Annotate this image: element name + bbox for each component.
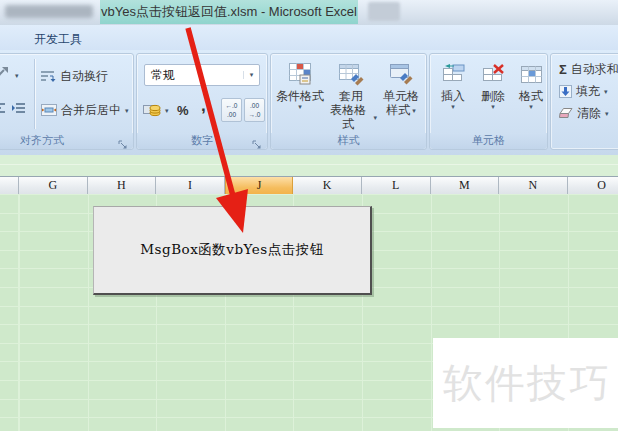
group-alignment: ▾ 自动换行 合并后居中 ▾ 对齐方式 [0,53,134,150]
column-header[interactable]: L [362,177,431,195]
ribbon-tab-row: 开发工具 [0,25,618,51]
column-header[interactable]: O [568,177,618,195]
increase-decimal-label2: .00 [227,110,236,119]
column-headers: G H I J K L M N O [0,176,618,196]
clear-label: 清除 [577,105,601,122]
indent-icon[interactable] [12,100,25,118]
decimal-buttons: ←.0 .00 .00 →.0 [221,98,267,122]
format-cells-icon [519,59,544,89]
cell-styles-label1: 单元格 [383,89,419,103]
comma-label: , [201,96,206,116]
currency-icon [143,102,161,118]
align-left-icon[interactable] [0,100,6,118]
group-number: 常规 ▾ ▾ % , ←.0 .00 .00 →.0 数字 [136,53,268,150]
insert-cells-button[interactable]: 插入 ▾ [436,59,470,110]
percent-button[interactable]: % [177,98,189,122]
eraser-icon [559,108,573,119]
chevron-down-icon: ▾ [491,103,495,110]
delete-label: 删除 [481,89,505,103]
chevron-down-icon: ▾ [604,88,608,95]
autosum-label: 自动求和 [571,61,618,78]
chevron-down-icon: ▾ [605,110,609,117]
column-header-selected[interactable]: J [225,177,294,195]
ribbon: ▾ 自动换行 合并后居中 ▾ 对齐方式 [0,50,618,156]
conditional-formatting-icon [288,59,313,89]
delete-cells-button[interactable]: 删除 ▾ [476,59,510,110]
cell-styles-icon [388,59,414,89]
dialog-launcher-icon[interactable] [252,136,262,146]
cell-styles-button[interactable]: 单元格 样式 ▾ [379,59,423,117]
group-label-styles: 样式 [271,133,426,149]
format-as-table-button[interactable]: 套用 表格格式 ▾ [325,59,377,131]
excel-window: vbYes点击按钮返回值.xlsm - Microsoft Excel 开发工具… [0,0,618,431]
delete-cells-icon [482,59,505,89]
clear-button[interactable]: 清除 ▾ [559,104,609,122]
format-as-table-icon [338,59,364,89]
orientation-icon [0,64,11,86]
column-header[interactable]: M [431,177,500,195]
format-label: 格式 [519,89,543,103]
msgbox-form-button-label: MsgBox函数vbYes点击按钮 [140,241,323,259]
chevron-down-icon: ▾ [451,103,455,110]
insert-cells-icon [442,59,465,89]
watermark: 软件技巧 [433,338,618,428]
chevron-down-icon: ▾ [529,103,533,110]
fill-button[interactable]: 填充 ▾ [559,82,608,100]
chevron-down-icon: ▾ [165,107,169,114]
chevron-down-icon: ▾ [125,107,129,114]
chevron-down-icon: ▾ [373,114,377,121]
wrap-text-button[interactable]: 自动换行 [41,66,108,86]
column-header[interactable]: G [19,177,88,195]
group-editing: Σ 自动求和 ▾ 填充 ▾ 清除 ▾ [550,53,618,150]
conditional-formatting-label: 条件格式 [276,89,324,103]
format-as-table-label2: 表格格式 [325,103,371,131]
group-label-alignment: 对齐方式 [0,133,133,149]
redacted-quick-access-toolbar [5,5,93,18]
merge-center-button[interactable]: 合并后居中 ▾ [41,100,129,120]
increase-decimal-button[interactable]: ←.0 .00 [221,98,242,122]
merge-center-label: 合并后居中 [61,102,121,119]
column-header[interactable]: H [88,177,157,195]
column-header[interactable]: K [293,177,362,195]
column-header-partial[interactable] [0,177,19,195]
group-label-number: 数字 [137,133,267,149]
title-highlight: vbYes点击按钮返回值.xlsm - Microsoft Excel [100,0,358,24]
orientation-button[interactable]: ▾ [0,62,23,88]
decrease-decimal-label: .00 [250,101,259,110]
tab-developer[interactable]: 开发工具 [28,29,88,50]
window-titlebar: vbYes点击按钮返回值.xlsm - Microsoft Excel [0,0,618,26]
currency-button[interactable]: ▾ [143,98,169,122]
number-format-select[interactable]: 常规 ▾ [144,64,260,86]
fill-label: 填充 [576,83,600,100]
decrease-decimal-button[interactable]: .00 →.0 [244,98,265,122]
column-header[interactable]: I [156,177,225,195]
increase-decimal-label: ←.0 [226,101,238,110]
group-divider [34,59,35,129]
column-header[interactable]: N [499,177,568,195]
decrease-decimal-label2: →.0 [249,110,261,119]
sigma-icon: Σ [559,62,567,77]
insert-label: 插入 [441,89,465,103]
fill-icon [559,85,572,98]
format-as-table-label1: 套用 [339,89,363,103]
chevron-down-icon: ▾ [412,107,416,114]
formula-bar[interactable] [0,155,618,176]
format-cells-button[interactable]: 格式 ▾ [514,59,548,110]
comma-button[interactable]: , [201,94,206,118]
group-label-cells: 单元格 [430,133,547,149]
number-format-value: 常规 [145,67,243,84]
window-title: vbYes点击按钮返回值.xlsm - Microsoft Excel [101,3,357,21]
chevron-down-icon: ▾ [298,103,302,110]
autosum-button[interactable]: Σ 自动求和 ▾ [559,60,618,78]
msgbox-form-button[interactable]: MsgBox函数vbYes点击按钮 [93,206,372,295]
dialog-launcher-icon[interactable] [118,136,128,146]
conditional-formatting-button[interactable]: 条件格式 ▾ [275,59,325,110]
group-cells: 插入 ▾ 删除 ▾ 格式 ▾ 单元格 [429,53,548,150]
chevron-down-icon: ▾ [243,71,259,79]
chevron-down-icon: ▾ [15,72,19,79]
merge-center-icon [41,104,57,116]
watermark-text: 软件技巧 [433,356,611,411]
group-styles: 条件格式 ▾ 套用 表格格式 ▾ 单元格 样式 [270,53,427,150]
redacted-titlebar-item [368,2,400,21]
wrap-text-icon [41,70,56,83]
